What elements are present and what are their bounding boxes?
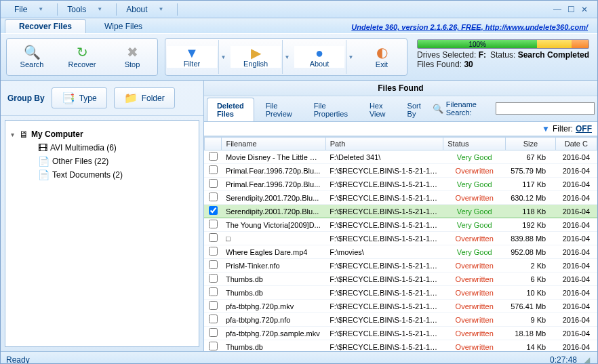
folder-icon: 📁 (124, 92, 138, 104)
col-status[interactable]: Status (443, 138, 506, 150)
cell-status: Very Good (443, 218, 506, 232)
row-checkbox[interactable] (209, 328, 218, 337)
group-by-folder-button[interactable]: 📁Folder (114, 87, 175, 108)
cell-status: Very Good (443, 150, 506, 164)
tab-wipe-files[interactable]: Wipe Files (90, 19, 157, 33)
collapse-icon[interactable]: ▾ (8, 131, 16, 138)
menu-file[interactable]: File▼ (7, 3, 54, 16)
menubar: File▼ Tools▼ About▼ — ☐ ✕ (1, 1, 597, 18)
table-row[interactable]: Serendipity.2001.720p.Blu...F:\$RECYCLE.… (204, 205, 597, 218)
table-row[interactable]: Thumbs.dbF:\$RECYCLE.BIN\S-1-5-21-1418..… (204, 340, 597, 352)
row-checkbox[interactable] (209, 179, 218, 188)
chevron-down-icon[interactable]: ▼ (282, 40, 292, 74)
flag-icon: ▶ (251, 46, 261, 60)
tab-hex-view[interactable]: Hex View (359, 98, 396, 121)
tab-deleted-files[interactable]: Deleted Files (207, 98, 254, 121)
table-row[interactable]: Thumbs.dbF:\$RECYCLE.BIN\S-1-5-21-1418..… (204, 272, 597, 286)
tab-file-properties[interactable]: File Properties (304, 98, 358, 121)
tab-sort-by[interactable]: Sort By (397, 98, 431, 121)
table-row[interactable]: pfa-tbtphg.720p.mkvF:\$RECYCLE.BIN\S-1-5… (204, 300, 597, 313)
cell-status: Very Good (443, 178, 506, 191)
table-row[interactable]: Primal.Fear.1996.720p.Blu...F:\$RECYCLE.… (204, 164, 597, 178)
view-tabs: Deleted Files File Preview File Properti… (204, 96, 597, 122)
tree-node-label: Text Documents (2) (52, 170, 123, 180)
search-icon: 🔍 (24, 45, 41, 59)
cell-date: 2016-04 (555, 164, 597, 178)
exit-button[interactable]: ◐Exit (358, 40, 405, 74)
resize-grip-icon[interactable]: ◢ (581, 355, 592, 365)
row-checkbox[interactable] (209, 193, 218, 201)
cell-date: 2016-04 (555, 272, 597, 286)
cell-date: 2016-04 (555, 327, 597, 340)
chevron-down-icon[interactable]: ▼ (346, 40, 355, 74)
cell-size: 14 Kb (506, 340, 556, 352)
table-row[interactable]: pfa-tbtphg.720p.nfoF:\$RECYCLE.BIN\S-1-5… (204, 313, 597, 327)
tool-group-options: ▼Filter▼ ▶English▼ ●About▼ ◐Exit (165, 38, 407, 76)
recover-button[interactable]: ↻Recover (58, 40, 106, 74)
table-row[interactable]: Thumbs.dbF:\$RECYCLE.BIN\S-1-5-21-1418..… (204, 286, 597, 300)
version-link[interactable]: Undelete 360, version 2.1.6.26, FREE, ht… (351, 23, 593, 33)
col-size[interactable]: Size (506, 138, 556, 150)
filter-button[interactable]: ▼Filter▼ (167, 40, 228, 74)
cell-path: F:\$RECYCLE.BIN\S-1-5-21-1418... (325, 178, 443, 191)
col-checkbox[interactable] (204, 138, 222, 150)
about-button[interactable]: ●About▼ (294, 40, 355, 74)
tree-node[interactable]: 📄Other Files (22) (27, 155, 196, 168)
table-row[interactable]: PrisM-Tinker.nfoF:\$RECYCLE.BIN\S-1-5-21… (204, 259, 597, 272)
table-row[interactable]: Where Eagles Dare.mp4F:\movies\Very Good… (204, 245, 597, 259)
chevron-down-icon[interactable]: ▼ (218, 40, 228, 74)
row-checkbox[interactable] (209, 247, 218, 256)
col-filename[interactable]: Filename (222, 138, 325, 150)
table-row[interactable]: pfa-tbtphg.720p.sample.mkvF:\$RECYCLE.BI… (204, 327, 597, 340)
close-button[interactable]: ✕ (578, 4, 591, 15)
language-button[interactable]: ▶English▼ (231, 40, 292, 74)
tab-recover-files[interactable]: Recover Files (5, 19, 86, 33)
cell-filename: □ (222, 232, 325, 245)
row-checkbox[interactable] (209, 342, 218, 350)
col-date[interactable]: Date C (555, 138, 597, 150)
menu-about[interactable]: About▼ (119, 3, 174, 16)
stop-button[interactable]: ✖Stop (108, 40, 156, 74)
tree-node-label: Other Files (22) (52, 157, 108, 166)
table-row[interactable]: Primal.Fear.1996.720p.Blu...F:\$RECYCLE.… (204, 178, 597, 191)
tab-file-preview[interactable]: File Preview (256, 98, 302, 121)
filter-toggle[interactable]: OFF (576, 124, 592, 134)
row-checkbox[interactable] (209, 260, 218, 269)
cell-filename: Serendipity.2001.720p.Blu... (222, 205, 325, 218)
row-checkbox[interactable] (209, 165, 218, 174)
cell-size: 67 Kb (506, 150, 556, 164)
cell-path: F:\$RECYCLE.BIN\S-1-5-21-1418... (325, 272, 443, 286)
minimize-button[interactable]: — (551, 4, 563, 15)
table-row[interactable]: The Young Victoria[2009]D...F:\$RECYCLE.… (204, 218, 597, 232)
type-icon: 📑 (62, 92, 75, 104)
row-checkbox[interactable] (209, 287, 218, 296)
menu-tools[interactable]: Tools▼ (60, 3, 113, 16)
cell-status: Overwritten (443, 232, 506, 245)
row-checkbox[interactable] (209, 301, 218, 310)
filter-bar: ▼ Filter: OFF (204, 122, 597, 136)
table-row[interactable]: Serendipity.2001.720p.Blu...F:\$RECYCLE.… (204, 191, 597, 205)
filename-search-input[interactable] (496, 102, 595, 115)
cell-date: 2016-04 (555, 313, 597, 327)
row-checkbox[interactable] (209, 315, 218, 323)
table-row[interactable]: □F:\$RECYCLE.BIN\S-1-5-21-1418...Overwri… (204, 232, 597, 245)
table-row[interactable]: Movie Disney - The Little M...F:\Deleted… (204, 150, 597, 164)
tree-node[interactable]: 📄Text Documents (2) (27, 168, 196, 182)
search-button[interactable]: 🔍Search (8, 40, 56, 74)
cell-date: 2016-04 (555, 232, 597, 245)
cell-filename: pfa-tbtphg.720p.nfo (222, 313, 325, 327)
maximize-button[interactable]: ☐ (565, 4, 577, 15)
cell-date: 2016-04 (555, 205, 597, 218)
col-path[interactable]: Path (325, 138, 443, 150)
row-checkbox[interactable] (209, 233, 218, 242)
row-checkbox[interactable] (209, 274, 218, 283)
menu-divider (177, 3, 178, 16)
filter-icon: ▼ (542, 124, 550, 134)
tree-node[interactable]: 🎞AVI Multimedia (6) (27, 141, 196, 155)
row-checkbox[interactable] (209, 152, 218, 161)
group-by-type-button[interactable]: 📑Type (52, 87, 107, 108)
file-table-wrap[interactable]: Filename Path Status Size Date C Movie D… (204, 136, 597, 351)
tree-root[interactable]: ▾ 🖥 My Computer (8, 127, 196, 141)
row-checkbox[interactable] (209, 220, 218, 228)
row-checkbox[interactable] (209, 206, 218, 215)
